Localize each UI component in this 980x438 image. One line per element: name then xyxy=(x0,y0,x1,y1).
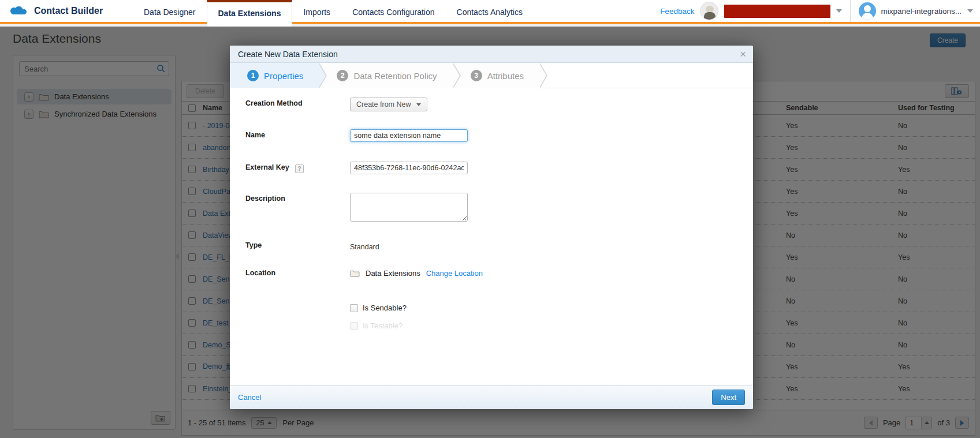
next-button[interactable]: Next xyxy=(712,390,745,405)
name-label: Name xyxy=(245,131,265,139)
tab-imports[interactable]: Imports xyxy=(292,0,341,22)
redacted-account-block xyxy=(724,5,830,18)
user-name: mixpanel-integrations... xyxy=(881,7,962,16)
help-icon[interactable] xyxy=(295,164,304,173)
is-sendable-label: Is Sendable? xyxy=(363,304,407,312)
modal-footer: Cancel Next xyxy=(230,385,753,409)
step-data-retention-policy[interactable]: 2 Data Retention Policy xyxy=(319,63,453,88)
cancel-button[interactable]: Cancel xyxy=(238,393,261,402)
nav-right: Feedback mixpanel-integrations... xyxy=(660,0,980,22)
is-testable-checkbox xyxy=(350,322,358,330)
step-label: Data Retention Policy xyxy=(353,71,437,81)
user-chevron-down-icon[interactable] xyxy=(967,9,973,13)
creation-method-label: Creation Method xyxy=(245,99,303,107)
location-label: Location xyxy=(245,269,275,277)
step-number: 1 xyxy=(247,70,259,81)
step-number: 2 xyxy=(337,70,348,81)
is-testable-label: Is Testable? xyxy=(363,321,403,330)
creation-method-dropdown[interactable]: Create from New xyxy=(350,98,427,111)
modal-title: Create New Data Extension xyxy=(238,50,338,59)
top-nav: Contact Builder Data Designer Data Exten… xyxy=(0,0,980,24)
nav-divider xyxy=(850,0,851,22)
modal-body: Creation Method Create from New Name Ext… xyxy=(230,88,753,385)
tab-contacts-analytics[interactable]: Contacts Analytics xyxy=(446,0,534,22)
is-sendable-checkbox[interactable] xyxy=(350,304,358,312)
external-key-label: External Key xyxy=(245,163,304,173)
wizard-steps: 1 Properties 2 Data Retention Policy 3 A… xyxy=(230,63,753,88)
user-menu[interactable]: mixpanel-integrations... xyxy=(859,2,962,20)
create-data-extension-modal: Create New Data Extension 1 Properties 2… xyxy=(230,46,753,409)
name-input[interactable] xyxy=(350,129,468,142)
creation-method-value: Create from New xyxy=(356,100,411,108)
tab-contacts-configuration[interactable]: Contacts Configuration xyxy=(341,0,445,22)
cloud-logo-icon xyxy=(8,4,29,18)
caret-down-icon xyxy=(416,103,421,106)
app-brand: Contact Builder xyxy=(0,0,133,22)
step-number: 3 xyxy=(471,70,482,81)
external-key-input[interactable] xyxy=(350,162,468,174)
is-sendable-row: Is Sendable? xyxy=(350,304,407,312)
step-properties[interactable]: 1 Properties xyxy=(230,63,319,88)
einstein-avatar[interactable] xyxy=(700,2,718,20)
app-title: Contact Builder xyxy=(34,6,103,16)
description-textarea[interactable] xyxy=(350,193,468,222)
step-label: Attributes xyxy=(487,71,524,81)
folder-icon xyxy=(350,269,360,277)
feedback-link[interactable]: Feedback xyxy=(660,7,694,16)
user-avatar-icon xyxy=(859,2,876,20)
nav-tabs: Data Designer Data Extensions Imports Co… xyxy=(133,0,534,22)
step-attributes[interactable]: 3 Attributes xyxy=(453,63,540,88)
description-label: Description xyxy=(245,194,285,203)
modal-header: Create New Data Extension xyxy=(230,46,753,63)
close-icon[interactable] xyxy=(740,47,746,61)
step-label: Properties xyxy=(264,71,303,81)
tab-data-extensions[interactable]: Data Extensions xyxy=(207,0,293,27)
chevron-down-icon[interactable] xyxy=(836,9,842,13)
tab-data-designer[interactable]: Data Designer xyxy=(133,0,207,22)
type-value: Standard xyxy=(350,243,379,251)
change-location-link[interactable]: Change Location xyxy=(426,269,483,278)
location-value: Data Extensions xyxy=(366,269,420,278)
is-testable-row: Is Testable? xyxy=(350,321,403,330)
type-label: Type xyxy=(245,241,262,249)
